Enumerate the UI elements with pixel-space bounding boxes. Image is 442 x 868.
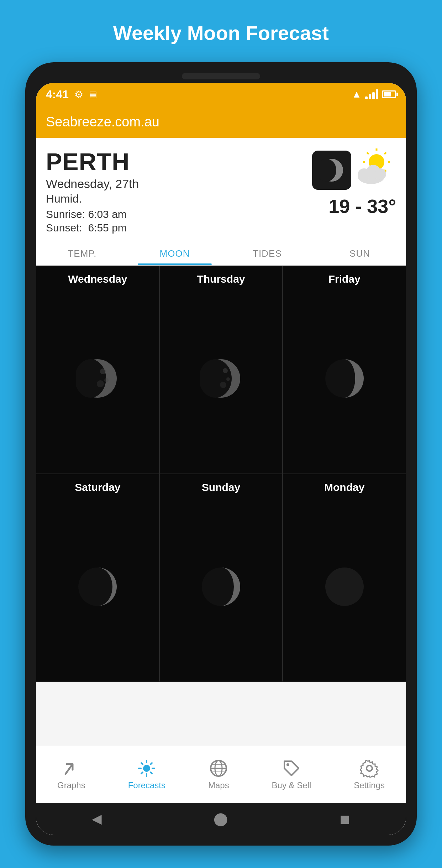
sim-icon: ▤ [89, 89, 97, 99]
svg-point-16 [76, 359, 106, 398]
moon-cell-saturday: Saturday [36, 474, 159, 682]
weather-icons-row [312, 148, 396, 192]
home-button[interactable]: ⬤ [214, 811, 228, 826]
svg-line-34 [141, 763, 143, 764]
gear-icon: ⚙ [74, 89, 83, 100]
moon-visual-wednesday [76, 291, 119, 466]
battery-icon [382, 90, 396, 98]
moon-cell-thursday: Thursday [159, 266, 283, 474]
moon-day-sunday: Sunday [202, 481, 240, 493]
app-bar: Seabreeze.com.au [36, 106, 406, 138]
nav-item-forecasts[interactable]: Forecasts [128, 759, 165, 790]
globe-icon [209, 759, 228, 778]
status-time: 4:41 [46, 88, 69, 101]
svg-point-17 [100, 368, 106, 374]
weather-sunset: Sunset: 6:55 pm [46, 222, 139, 234]
wifi-icon: ▲ [352, 89, 362, 100]
city-name: PERTH [46, 148, 139, 176]
temp-range: 19 - 33° [328, 195, 396, 217]
weather-sunrise: Sunrise: 6:03 am [46, 208, 139, 220]
svg-point-22 [223, 368, 228, 373]
nav-label-forecasts: Forecasts [128, 780, 165, 790]
moon-day-wednesday: Wednesday [68, 273, 127, 285]
moon-visual-thursday [200, 291, 242, 466]
moon-visual-monday [323, 499, 366, 675]
page-title: Weekly Moon Forecast [113, 0, 329, 62]
moon-cell-monday: Monday [283, 474, 406, 682]
sun-circle-icon [137, 759, 156, 778]
back-button[interactable]: ◀ [92, 811, 102, 826]
moon-cell-friday: Friday [283, 266, 406, 474]
svg-point-14 [375, 168, 386, 180]
moon-cell-wednesday: Wednesday [36, 266, 159, 474]
settings-gear-icon [360, 759, 379, 778]
ad-area [36, 682, 406, 746]
weather-condition: Humid. [46, 192, 139, 205]
signal-icon [365, 89, 378, 99]
nav-item-graphs[interactable]: Graphs [57, 759, 85, 790]
tab-moon[interactable]: MOON [128, 240, 221, 265]
moon-day-friday: Friday [328, 273, 361, 285]
svg-point-24 [220, 382, 226, 388]
arrow-up-right-icon [62, 759, 80, 778]
status-bar: 4:41 ⚙ ▤ ▲ [36, 83, 406, 106]
weather-date: Wednesday, 27th [46, 177, 139, 191]
nav-item-maps[interactable]: Maps [208, 759, 229, 790]
tab-sun[interactable]: SUN [314, 240, 406, 265]
android-nav-bar: ◀ ⬤ ◼ [36, 803, 406, 835]
svg-point-43 [286, 763, 289, 766]
bottom-nav: Graphs Forecasts [36, 746, 406, 803]
svg-line-8 [384, 152, 386, 154]
weather-header: PERTH Wednesday, 27th Humid. Sunrise: 6:… [36, 138, 406, 234]
nav-label-maps: Maps [208, 780, 229, 790]
svg-line-36 [151, 763, 152, 764]
app-bar-title: Seabreeze.com.au [46, 114, 159, 130]
svg-point-44 [367, 765, 372, 771]
nav-item-buy-sell[interactable]: Buy & Sell [272, 759, 311, 790]
weather-info-right: 19 - 33° [312, 148, 396, 217]
moon-icon-box [312, 151, 351, 190]
moon-visual-sunday [200, 499, 242, 675]
tab-tides[interactable]: TIDES [221, 240, 314, 265]
tag-icon [282, 759, 301, 778]
nav-label-graphs: Graphs [57, 780, 85, 790]
phone-screen: 4:41 ⚙ ▤ ▲ Seab [36, 83, 406, 835]
svg-line-35 [151, 772, 152, 774]
svg-point-18 [104, 378, 109, 382]
moon-day-thursday: Thursday [197, 273, 245, 285]
svg-point-23 [226, 377, 230, 381]
nav-item-settings[interactable]: Settings [354, 759, 385, 790]
tab-temp[interactable]: TEMP. [36, 240, 128, 265]
nav-label-buy-sell: Buy & Sell [272, 780, 311, 790]
moon-day-saturday: Saturday [75, 481, 120, 493]
moon-grid: Wednesday Thursday [36, 266, 406, 682]
svg-point-29 [143, 765, 150, 772]
svg-point-19 [97, 380, 104, 387]
recents-button[interactable]: ◼ [340, 811, 350, 826]
svg-line-7 [367, 152, 369, 154]
tab-bar: TEMP. MOON TIDES SUN [36, 240, 406, 266]
moon-cell-sunday: Sunday [159, 474, 283, 682]
svg-point-28 [325, 568, 364, 606]
phone-notch [182, 73, 260, 79]
sun-cloud-icon [353, 148, 396, 192]
status-right-icons: ▲ [352, 89, 396, 100]
nav-label-settings: Settings [354, 780, 385, 790]
moon-visual-saturday [76, 499, 119, 675]
phone-frame: 4:41 ⚙ ▤ ▲ Seab [25, 62, 417, 846]
moon-visual-friday [323, 291, 366, 466]
weather-info-left: PERTH Wednesday, 27th Humid. Sunrise: 6:… [46, 148, 139, 234]
svg-line-37 [141, 772, 143, 774]
moon-day-monday: Monday [324, 481, 364, 493]
